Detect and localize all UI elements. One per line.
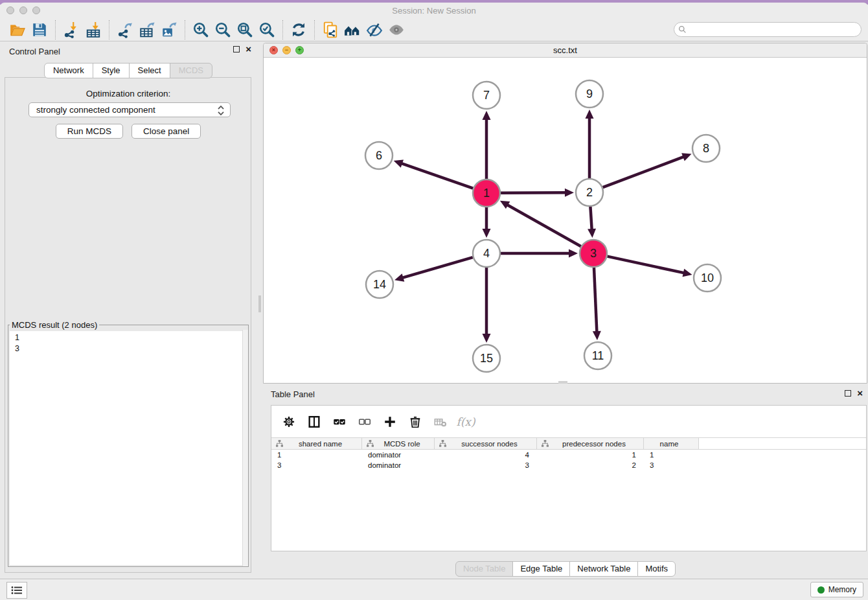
gear-button[interactable] xyxy=(280,413,297,430)
graph-node-6[interactable]: 6 xyxy=(365,142,393,169)
table-cell[interactable]: 1 xyxy=(271,450,362,460)
column-header-shared-name[interactable]: shared name xyxy=(271,438,362,449)
tab-network-table[interactable]: Network Table xyxy=(569,561,638,577)
svg-text:2: 2 xyxy=(586,186,593,199)
column-header-MCDS-role[interactable]: MCDS role xyxy=(362,438,435,449)
mcds-result-title: MCDS result (2 nodes) xyxy=(10,320,99,330)
function-builder-button[interactable]: f(x) xyxy=(457,413,474,430)
graph-edge-2-8[interactable] xyxy=(603,157,685,188)
import-network-button[interactable] xyxy=(60,19,82,40)
graph-edge-4-14[interactable] xyxy=(402,257,473,278)
zoom-fit-icon xyxy=(236,21,253,38)
result-scrollbar[interactable] xyxy=(242,330,248,566)
graph-node-2[interactable]: 2 xyxy=(576,179,603,206)
control-panel-title: Control Panel xyxy=(9,47,60,56)
horizontal-splitter-handle[interactable] xyxy=(558,381,567,384)
graph-node-8[interactable]: 8 xyxy=(692,135,720,162)
columns-view-button[interactable] xyxy=(306,413,323,430)
table-cell[interactable]: 2 xyxy=(537,460,644,470)
add-row-button[interactable] xyxy=(382,413,398,430)
column-header-name[interactable]: name xyxy=(644,438,699,449)
graph-node-15[interactable]: 15 xyxy=(473,345,500,372)
svg-text:14: 14 xyxy=(373,278,386,291)
table-cell[interactable]: 1 xyxy=(644,450,699,460)
memory-button[interactable]: Memory xyxy=(810,582,863,597)
close-table-panel-icon[interactable]: × xyxy=(857,390,863,397)
graph-edge-2-3[interactable] xyxy=(590,207,591,230)
panel-splitter-handle[interactable] xyxy=(258,295,261,312)
graph-node-11[interactable]: 11 xyxy=(584,342,611,369)
column-header-predecessor-nodes[interactable]: predecessor nodes xyxy=(537,438,644,449)
first-neighbors-button[interactable] xyxy=(341,19,363,40)
graph-node-4[interactable]: 4 xyxy=(473,240,500,267)
tab-network[interactable]: Network xyxy=(44,63,93,78)
close-panel-icon[interactable]: × xyxy=(246,46,251,52)
save-session-button[interactable] xyxy=(29,19,51,40)
tab-node-table[interactable]: Node Table xyxy=(455,561,514,577)
float-table-panel-icon[interactable] xyxy=(845,390,851,397)
table-row[interactable]: 1dominator411 xyxy=(271,450,866,460)
criterion-dropdown[interactable]: strongly connected component xyxy=(29,102,231,117)
export-network-icon xyxy=(117,21,133,38)
graph-node-9[interactable]: 9 xyxy=(576,80,603,108)
titlebar[interactable]: Session: New Session xyxy=(0,3,868,18)
export-table-button[interactable] xyxy=(136,19,158,40)
close-panel-button[interactable]: Close panel xyxy=(131,124,201,139)
graph-edge-3-10[interactable] xyxy=(608,257,685,273)
toolbar-separator xyxy=(185,20,185,40)
deselect-all-button[interactable] xyxy=(356,413,373,430)
tab-select[interactable]: Select xyxy=(129,63,170,78)
table-cell[interactable]: 4 xyxy=(435,450,537,460)
clone-network-button[interactable] xyxy=(319,19,341,40)
select-all-button[interactable] xyxy=(331,413,348,430)
refresh-view-button[interactable] xyxy=(288,19,310,40)
homes-icon xyxy=(344,21,361,38)
table-cell[interactable]: dominator xyxy=(362,460,435,470)
show-hide-panel-button[interactable] xyxy=(363,19,385,40)
mcds-result-list[interactable]: 13 xyxy=(10,331,247,565)
run-mcds-button[interactable]: Run MCDS xyxy=(56,124,123,139)
tab-edge-table[interactable]: Edge Table xyxy=(512,561,570,577)
column-header-label: name xyxy=(644,440,698,448)
graph-edge-1-6[interactable] xyxy=(401,163,473,189)
tab-mcds[interactable]: MCDS xyxy=(170,63,212,78)
tab-motifs[interactable]: Motifs xyxy=(637,561,676,577)
column-header-successor-nodes[interactable]: successor nodes xyxy=(435,438,537,449)
control-panel: Control Panel × NetworkStyleSelectMCDS O… xyxy=(0,41,257,575)
graph-node-1[interactable]: 1 xyxy=(473,179,500,207)
table-cell[interactable]: 3 xyxy=(435,460,537,470)
graph-node-10[interactable]: 10 xyxy=(694,264,721,292)
zoom-in-button[interactable] xyxy=(190,19,212,40)
tab-style[interactable]: Style xyxy=(93,63,130,78)
task-history-button[interactable] xyxy=(6,582,27,599)
graph-node-7[interactable]: 7 xyxy=(473,82,500,109)
zoom-selected-button[interactable] xyxy=(256,19,278,40)
export-image-button[interactable] xyxy=(158,19,180,40)
graph-edge-3-11[interactable] xyxy=(594,268,597,332)
import-table-button[interactable] xyxy=(82,19,104,40)
graph-node-14[interactable]: 14 xyxy=(366,271,393,298)
export-network-button[interactable] xyxy=(114,19,136,40)
table-cell[interactable]: dominator xyxy=(362,450,435,460)
open-folder-icon xyxy=(9,21,26,38)
zoom-fit-button[interactable] xyxy=(234,19,256,40)
open-file-button[interactable] xyxy=(6,19,29,40)
table-cell[interactable]: 3 xyxy=(271,460,362,470)
graph-edge-3-1[interactable] xyxy=(507,205,580,247)
search-input[interactable] xyxy=(674,22,862,37)
network-window-titlebar[interactable]: × − + scc.txt xyxy=(264,43,867,58)
optimization-criterion-label: Optimization criterion: xyxy=(0,89,257,98)
graph-node-3[interactable]: 3 xyxy=(580,240,607,267)
delete-table-button[interactable] xyxy=(432,413,449,430)
network-canvas[interactable]: 7968124314101511 xyxy=(264,58,867,383)
column-header-label: successor nodes xyxy=(446,440,536,448)
table-cell[interactable]: 3 xyxy=(644,460,699,470)
delete-row-button[interactable] xyxy=(407,413,424,430)
zoom-out-button[interactable] xyxy=(212,19,234,40)
float-panel-icon[interactable] xyxy=(233,46,240,52)
svg-text:4: 4 xyxy=(483,247,490,260)
graph-edge-1-2[interactable] xyxy=(501,192,566,193)
table-row[interactable]: 3dominator323 xyxy=(271,460,866,470)
hidden-eye-button[interactable] xyxy=(385,19,407,40)
table-cell[interactable]: 1 xyxy=(537,450,644,460)
